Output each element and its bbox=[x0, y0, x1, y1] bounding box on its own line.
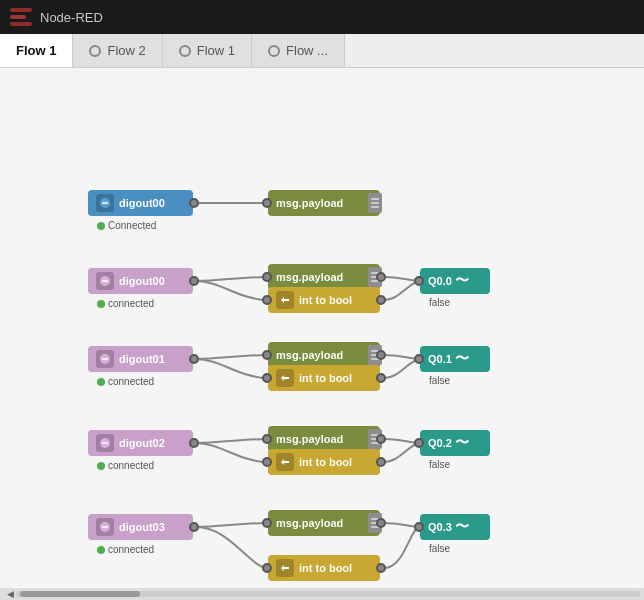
tab-flow4-label: Flow ... bbox=[286, 43, 328, 58]
node-row2-left-port-out bbox=[189, 354, 199, 364]
node-row4-q-port-in bbox=[414, 522, 424, 532]
node-row2-q-port-in bbox=[414, 354, 424, 364]
tab-flow3-icon bbox=[179, 45, 191, 57]
node-row4-int-port-out bbox=[376, 563, 386, 573]
node-row1-msg-port-out bbox=[376, 272, 386, 282]
node-row3-int-label: int to bool bbox=[299, 456, 352, 468]
node-row0-left[interactable]: digout00 bbox=[88, 190, 193, 216]
node-row4-q-label: Q0.3 bbox=[428, 521, 452, 533]
node-row4-left-port-out bbox=[189, 522, 199, 532]
node-row1-q-status: false bbox=[429, 297, 450, 308]
node-row1-int-port-in bbox=[262, 295, 272, 305]
scrollbar-thumb[interactable] bbox=[20, 591, 140, 597]
node-row1-int-icon bbox=[276, 291, 294, 309]
node-row1-q-label: Q0.0 bbox=[428, 275, 452, 287]
node-row3-q-port-in bbox=[414, 438, 424, 448]
status-dot-row0 bbox=[97, 222, 105, 230]
node-row2-q-status: false bbox=[429, 375, 450, 386]
scrollbar-track[interactable] bbox=[16, 591, 640, 597]
node-row1-left[interactable]: digout00 bbox=[88, 268, 193, 294]
node-row4-status: connected bbox=[97, 544, 154, 555]
node-row4-left-icon bbox=[96, 518, 114, 536]
node-row3-q-label: Q0.2 bbox=[428, 437, 452, 449]
node-row0-status: Connected bbox=[97, 220, 156, 231]
node-row1-left-port-out bbox=[189, 276, 199, 286]
node-row3-msg-label: msg.payload bbox=[276, 433, 343, 445]
node-row4-int-port-in bbox=[262, 563, 272, 573]
logo-icon bbox=[10, 8, 32, 26]
node-row3-int[interactable]: int to bool bbox=[268, 449, 380, 475]
node-row4-q[interactable]: Q0.3 〜 bbox=[420, 514, 490, 540]
node-row2-msg-port-out bbox=[376, 350, 386, 360]
node-row2-int-port-out bbox=[376, 373, 386, 383]
node-row1-left-icon bbox=[96, 272, 114, 290]
node-row0-left-port-out bbox=[189, 198, 199, 208]
node-row1-msg-label: msg.payload bbox=[276, 271, 343, 283]
node-row1-q-port-in bbox=[414, 276, 424, 286]
scroll-left-button[interactable]: ◀ bbox=[4, 588, 16, 600]
node-row3-left-port-out bbox=[189, 438, 199, 448]
node-row0-msg[interactable]: msg.payload bbox=[268, 190, 380, 216]
node-row1-q[interactable]: Q0.0 〜 bbox=[420, 268, 490, 294]
tab-flow4-icon bbox=[268, 45, 280, 57]
node-row1-int-port-out bbox=[376, 295, 386, 305]
wave-icon-row2: 〜 bbox=[455, 350, 469, 368]
node-row1-status: connected bbox=[97, 298, 154, 309]
node-row0-msg-btn[interactable] bbox=[368, 193, 382, 213]
node-row3-int-icon bbox=[276, 453, 294, 471]
tab-flow2-icon bbox=[89, 45, 101, 57]
node-row4-left-label: digout03 bbox=[119, 521, 165, 533]
tab-flow4[interactable]: Flow ... bbox=[252, 34, 345, 67]
canvas: digout00 Connected msg.payload digout00 bbox=[0, 68, 644, 588]
tab-flow3[interactable]: Flow 1 bbox=[163, 34, 252, 67]
node-row2-left[interactable]: digout01 bbox=[88, 346, 193, 372]
tab-bar: Flow 1 Flow 2 Flow 1 Flow ... bbox=[0, 34, 644, 68]
status-dot-row3 bbox=[97, 462, 105, 470]
node-row1-int-label: int to bool bbox=[299, 294, 352, 306]
node-row3-left-label: digout02 bbox=[119, 437, 165, 449]
tab-flow2[interactable]: Flow 2 bbox=[73, 34, 162, 67]
wave-icon-row1: 〜 bbox=[455, 272, 469, 290]
wave-icon-row4: 〜 bbox=[455, 518, 469, 536]
node-row2-msg-port-in bbox=[262, 350, 272, 360]
node-row4-msg-label: msg.payload bbox=[276, 517, 343, 529]
node-row2-left-icon bbox=[96, 350, 114, 368]
node-row1-left-label: digout00 bbox=[119, 275, 165, 287]
node-row2-int-icon bbox=[276, 369, 294, 387]
node-row3-msg-port-in bbox=[262, 434, 272, 444]
node-row3-msg-port-out bbox=[376, 434, 386, 444]
scrollbar-area: ◀ bbox=[0, 588, 644, 600]
tab-flow3-label: Flow 1 bbox=[197, 43, 235, 58]
node-row2-status: connected bbox=[97, 376, 154, 387]
tab-flow2-label: Flow 2 bbox=[107, 43, 145, 58]
node-row4-left[interactable]: digout03 bbox=[88, 514, 193, 540]
tab-flow1-label: Flow 1 bbox=[16, 43, 56, 58]
node-row3-int-port-out bbox=[376, 457, 386, 467]
node-row0-left-label: digout00 bbox=[119, 197, 165, 209]
node-row2-int[interactable]: int to bool bbox=[268, 365, 380, 391]
node-row2-int-label: int to bool bbox=[299, 372, 352, 384]
wave-icon-row3: 〜 bbox=[455, 434, 469, 452]
node-row3-q-status: false bbox=[429, 459, 450, 470]
titlebar: Node-RED bbox=[0, 0, 644, 34]
status-dot-row1 bbox=[97, 300, 105, 308]
node-row3-left-icon bbox=[96, 434, 114, 452]
node-row4-q-status: false bbox=[429, 543, 450, 554]
node-row2-q-label: Q0.1 bbox=[428, 353, 452, 365]
status-dot-row4 bbox=[97, 546, 105, 554]
app-title: Node-RED bbox=[40, 10, 103, 25]
node-row4-int[interactable]: int to bool bbox=[268, 555, 380, 581]
node-row0-msg-label: msg.payload bbox=[276, 197, 343, 209]
node-row4-msg-port-out bbox=[376, 518, 386, 528]
node-row3-left[interactable]: digout02 bbox=[88, 430, 193, 456]
node-row2-left-label: digout01 bbox=[119, 353, 165, 365]
node-row2-msg-label: msg.payload bbox=[276, 349, 343, 361]
node-row1-msg-port-in bbox=[262, 272, 272, 282]
node-row2-q[interactable]: Q0.1 〜 bbox=[420, 346, 490, 372]
node-row1-int[interactable]: int to bool bbox=[268, 287, 380, 313]
node-row0-left-icon bbox=[96, 194, 114, 212]
tab-flow1[interactable]: Flow 1 bbox=[0, 34, 73, 67]
node-row4-msg[interactable]: msg.payload bbox=[268, 510, 380, 536]
status-dot-row2 bbox=[97, 378, 105, 386]
node-row3-q[interactable]: Q0.2 〜 bbox=[420, 430, 490, 456]
